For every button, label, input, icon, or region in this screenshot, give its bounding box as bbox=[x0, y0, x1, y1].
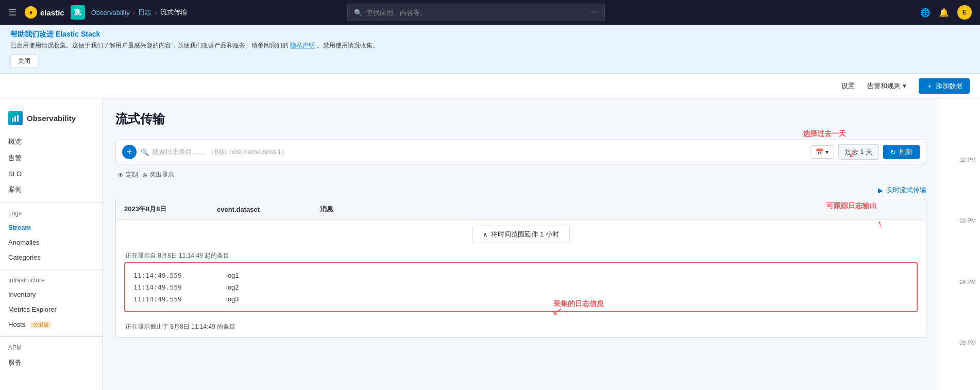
globe-icon[interactable]: 🌐 bbox=[920, 8, 931, 18]
filter-row: 👁 定制 ⊕ 突出显示 bbox=[115, 171, 926, 179]
privacy-link[interactable]: 隐私声明 bbox=[290, 42, 315, 49]
sidebar-divider-1 bbox=[0, 202, 103, 202]
chevron-down-icon: ▾ bbox=[903, 82, 906, 90]
log-search[interactable]: 🔍 搜索日志条目…… （例如 host.name:host-1） bbox=[141, 147, 806, 157]
extend-time-row: ∧ 将时间范围延伸 1 小时 bbox=[116, 219, 926, 249]
eye-icon: 👁 bbox=[117, 172, 124, 179]
logo-text: elastic bbox=[40, 8, 64, 17]
svg-rect-1 bbox=[14, 116, 16, 122]
col-message-header: 消息 bbox=[320, 205, 918, 214]
svg-rect-0 bbox=[12, 118, 13, 122]
sidebar-divider-3 bbox=[0, 336, 103, 337]
chevron-down-icon: ▾ bbox=[825, 148, 829, 156]
sidebar-apm-header: APM bbox=[0, 341, 103, 354]
subheader: 设置 告警和规则 ▾ ＋ 添加数据 bbox=[0, 74, 980, 98]
log-time-1: 11:14:49.559 bbox=[133, 272, 226, 279]
timeline-label-9pm: 09 PM bbox=[943, 338, 976, 347]
app-icon: 观 bbox=[71, 5, 85, 20]
log-entries-box: 11:14:49.559 log1 11:14:49.559 log2 11:1… bbox=[124, 262, 918, 312]
timeline-panel: 12 PM 03 PM 06 PM 09 PM Tue 08 bbox=[939, 98, 980, 390]
filter-icon: ⊕ bbox=[142, 172, 147, 179]
breadcrumb-stream[interactable]: 流式传输 bbox=[160, 8, 187, 17]
breadcrumb-logs[interactable]: 日志 bbox=[138, 8, 151, 17]
top-navigation: ☰ e elastic 观 Observability › 日志 › 流式传输 … bbox=[0, 0, 980, 25]
alerts-link[interactable]: 告警和规则 ▾ bbox=[867, 81, 906, 91]
sidebar-item-services[interactable]: 服务 bbox=[0, 354, 103, 371]
live-stream-button[interactable]: ▶ 实时流式传输 bbox=[878, 185, 926, 195]
settings-link[interactable]: 设置 bbox=[841, 81, 855, 91]
calendar-button[interactable]: 📅 ▾ bbox=[810, 145, 834, 159]
sidebar-item-hosts[interactable]: Hosts 公测版 bbox=[0, 317, 103, 332]
add-icon: ＋ bbox=[926, 81, 933, 91]
sidebar-item-cases[interactable]: 案例 bbox=[0, 181, 103, 198]
col-date-header: 2023年8月8日 bbox=[124, 205, 217, 214]
sidebar-observability-header: Observability bbox=[0, 107, 103, 133]
search-icon: 🔍 bbox=[354, 9, 362, 16]
refresh-icon: ↻ bbox=[890, 148, 896, 156]
showing-end-text: 正在显示截止于 8月8日 11:14:49 的条目 bbox=[124, 321, 236, 332]
highlight-filter[interactable]: ⊕ 突出显示 bbox=[142, 171, 174, 179]
search-icon: 🔍 bbox=[141, 148, 149, 156]
breadcrumb-observability[interactable]: Observability bbox=[91, 9, 130, 16]
elastic-logo: e elastic bbox=[25, 6, 64, 19]
add-filter-button[interactable]: + bbox=[122, 145, 137, 159]
showing-start-text: 正在显示自 8月8日 11:14:49 起的条目 bbox=[116, 249, 926, 262]
sidebar-item-slo[interactable]: SLO bbox=[0, 166, 103, 181]
breadcrumb: Observability › 日志 › 流式传输 bbox=[91, 8, 187, 17]
timeline-label-3pm: 03 PM bbox=[943, 216, 976, 225]
log-time-3: 11:14:49.559 bbox=[133, 295, 226, 303]
hamburger-menu[interactable]: ☰ bbox=[8, 7, 16, 18]
sidebar-item-overview[interactable]: 概览 bbox=[0, 133, 103, 150]
sidebar-item-inventory[interactable]: Inventory bbox=[0, 287, 103, 302]
extend-time-button[interactable]: ∧ 将时间范围延伸 1 小时 bbox=[472, 226, 569, 243]
svg-rect-2 bbox=[17, 115, 19, 122]
sidebar-item-anomalies[interactable]: Anomalies bbox=[0, 235, 103, 250]
log-entry-2[interactable]: 11:14:49.559 log2 bbox=[133, 281, 908, 293]
search-input[interactable] bbox=[366, 9, 586, 16]
log-table: 2023年8月8日 event.dataset 消息 ∧ 将时间范围延伸 1 小… bbox=[115, 199, 926, 338]
live-stream-row: ▶ 实时流式传输 bbox=[115, 185, 926, 195]
log-msg-3: log3 bbox=[226, 295, 908, 303]
banner-close-button[interactable]: 关闭 bbox=[10, 54, 38, 68]
refresh-button[interactable]: ↻ 刷新 bbox=[883, 145, 920, 159]
chevron-up-icon: ∧ bbox=[483, 231, 488, 239]
user-avatar[interactable]: E bbox=[957, 5, 972, 20]
sidebar-item-alerts[interactable]: 告警 bbox=[0, 150, 103, 166]
sidebar-item-categories[interactable]: Categories bbox=[0, 250, 103, 265]
observability-icon bbox=[8, 111, 23, 125]
sidebar-item-metrics-explorer[interactable]: Metrics Explorer bbox=[0, 302, 103, 317]
log-entry-1[interactable]: 11:14:49.559 log1 bbox=[133, 269, 908, 281]
log-table-header: 2023年8月8日 event.dataset 消息 bbox=[116, 199, 926, 219]
sidebar-infra-section: Infrastructure Inventory Metrics Explore… bbox=[0, 274, 103, 332]
sidebar-main-section: 概览 告警 SLO 案例 bbox=[0, 133, 103, 198]
feedback-banner: 帮助我们改进 Elastic Stack 已启用使用情况收集。这便于我们了解用户… bbox=[0, 25, 980, 74]
log-time-2: 11:14:49.559 bbox=[133, 283, 226, 291]
col-dataset-header: event.dataset bbox=[217, 206, 320, 213]
play-icon: ▶ bbox=[878, 186, 883, 194]
banner-title: 帮助我们改进 Elastic Stack bbox=[10, 30, 970, 39]
add-data-button[interactable]: ＋ 添加数据 bbox=[919, 78, 970, 94]
global-search[interactable]: 🔍 ⌥/ bbox=[347, 4, 605, 21]
log-entry-3[interactable]: 11:14:49.559 log3 bbox=[133, 293, 908, 305]
calendar-icon: 📅 bbox=[816, 148, 823, 156]
log-entries-container: 11:14:49.559 log1 11:14:49.559 log2 11:1… bbox=[116, 262, 926, 320]
content-wrapper: 流式传输 + 🔍 搜索日志条目…… （例如 host.name:host-1） … bbox=[103, 98, 939, 390]
sidebar-logs-header: Logs bbox=[0, 207, 103, 220]
banner-text: 已启用使用情况收集。这便于我们了解用户最感兴趣的内容，以便我们改善产品和服务。请… bbox=[10, 41, 970, 50]
logo-icon: e bbox=[25, 6, 37, 19]
nav-right-icons: 🌐 🔔 E bbox=[920, 5, 972, 20]
sidebar-divider-2 bbox=[0, 269, 103, 269]
log-msg-2: log2 bbox=[226, 283, 908, 291]
timeline-label-12pm: 12 PM bbox=[943, 156, 976, 164]
showing-end-container: 正在显示截止于 8月8日 11:14:49 的条目 bbox=[116, 320, 926, 337]
sidebar-item-stream[interactable]: Stream bbox=[0, 220, 103, 235]
customize-filter[interactable]: 👁 定制 bbox=[117, 171, 138, 179]
toolbar-right: 📅 ▾ 过去 1 天 ↻ 刷新 bbox=[810, 144, 920, 160]
sidebar-logs-section: Logs Stream Anomalies Categories bbox=[0, 207, 103, 265]
search-shortcut: ⌥/ bbox=[590, 9, 598, 16]
bell-icon[interactable]: 🔔 bbox=[939, 8, 949, 18]
timeline-label-6pm: 06 PM bbox=[943, 278, 976, 286]
search-placeholder: 搜索日志条目…… （例如 host.name:host-1） bbox=[152, 147, 288, 157]
time-range-button[interactable]: 过去 1 天 bbox=[838, 144, 879, 160]
hosts-badge: 公测版 bbox=[30, 321, 51, 328]
